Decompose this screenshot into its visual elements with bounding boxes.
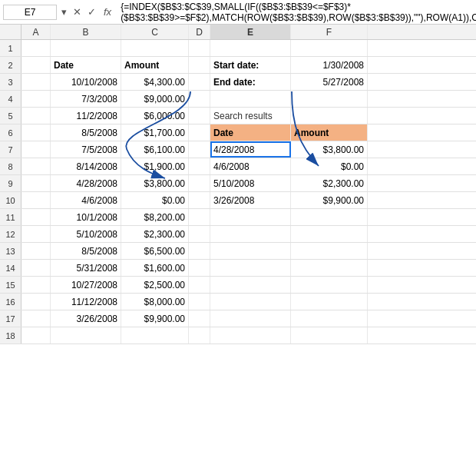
cell-f10[interactable]: $9,900.00 bbox=[291, 192, 368, 208]
cell-c10[interactable]: $0.00 bbox=[121, 192, 189, 208]
cell-b13[interactable]: 8/5/2008 bbox=[51, 243, 121, 259]
cell-f2[interactable]: 1/30/2008 bbox=[291, 57, 368, 73]
cell-e8[interactable]: 4/6/2008 bbox=[210, 158, 291, 174]
cell-d2[interactable] bbox=[189, 57, 210, 73]
cell-f11[interactable] bbox=[291, 209, 368, 225]
cell-f14[interactable] bbox=[291, 260, 368, 276]
cell-f12[interactable] bbox=[291, 226, 368, 242]
cell-b4[interactable]: 7/3/2008 bbox=[51, 91, 121, 107]
cell-b17[interactable]: 3/26/2008 bbox=[51, 310, 121, 327]
cell-d18[interactable] bbox=[189, 327, 210, 344]
cell-c11[interactable]: $8,200.00 bbox=[121, 209, 189, 225]
cell-e13[interactable] bbox=[210, 243, 291, 259]
cell-f17[interactable] bbox=[291, 310, 368, 327]
cell-b9[interactable]: 4/28/2008 bbox=[51, 175, 121, 191]
cell-c18[interactable] bbox=[121, 327, 189, 344]
cell-f4[interactable] bbox=[291, 91, 368, 107]
cell-e1[interactable] bbox=[210, 40, 291, 56]
cell-f16[interactable] bbox=[291, 294, 368, 310]
cell-d5[interactable] bbox=[189, 108, 210, 124]
cell-c1[interactable] bbox=[121, 40, 189, 56]
cell-b15[interactable]: 10/27/2008 bbox=[51, 277, 121, 293]
cell-d14[interactable] bbox=[189, 260, 210, 276]
cell-a1[interactable] bbox=[21, 40, 51, 56]
cell-f8[interactable]: $0.00 bbox=[291, 158, 368, 174]
cell-e17[interactable] bbox=[210, 310, 291, 327]
cell-f6[interactable]: Amount bbox=[291, 124, 368, 141]
cell-b11[interactable]: 10/1/2008 bbox=[51, 209, 121, 225]
cell-f15[interactable] bbox=[291, 277, 368, 293]
cell-e12[interactable] bbox=[210, 226, 291, 242]
cell-c16[interactable]: $8,000.00 bbox=[121, 294, 189, 310]
cell-b8[interactable]: 8/14/2008 bbox=[51, 158, 121, 174]
cell-e9[interactable]: 5/10/2008 bbox=[210, 175, 291, 191]
cell-f13[interactable] bbox=[291, 243, 368, 259]
cell-d15[interactable] bbox=[189, 277, 210, 293]
cell-a12[interactable] bbox=[21, 226, 51, 242]
cell-c8[interactable]: $1,900.00 bbox=[121, 158, 189, 174]
cell-e5[interactable]: Search results bbox=[210, 108, 291, 124]
cell-e3[interactable]: End date: bbox=[210, 74, 291, 90]
cell-b5[interactable]: 11/2/2008 bbox=[51, 108, 121, 124]
cell-d10[interactable] bbox=[189, 192, 210, 208]
cell-e10[interactable]: 3/26/2008 bbox=[210, 192, 291, 208]
cell-a8[interactable] bbox=[21, 158, 51, 174]
cell-f18[interactable] bbox=[291, 327, 368, 344]
cell-c7[interactable]: $6,100.00 bbox=[121, 141, 189, 158]
col-header-c[interactable]: C bbox=[121, 25, 189, 39]
cell-f1[interactable] bbox=[291, 40, 368, 56]
cell-e4[interactable] bbox=[210, 91, 291, 107]
cell-c9[interactable]: $3,800.00 bbox=[121, 175, 189, 191]
cell-b3[interactable]: 10/10/2008 bbox=[51, 74, 121, 90]
cell-c15[interactable]: $2,500.00 bbox=[121, 277, 189, 293]
cell-c3[interactable]: $4,300.00 bbox=[121, 74, 189, 90]
cell-b16[interactable]: 11/12/2008 bbox=[51, 294, 121, 310]
confirm-formula-icon[interactable]: ✓ bbox=[86, 6, 98, 18]
cell-a3[interactable] bbox=[21, 74, 51, 90]
col-header-d[interactable]: D bbox=[189, 25, 210, 39]
cell-a5[interactable] bbox=[21, 108, 51, 124]
col-header-a[interactable]: A bbox=[21, 25, 51, 39]
cell-d4[interactable] bbox=[189, 91, 210, 107]
cell-e11[interactable] bbox=[210, 209, 291, 225]
cell-c5[interactable]: $6,000.00 bbox=[121, 108, 189, 124]
cell-d6[interactable] bbox=[189, 124, 210, 141]
cell-d1[interactable] bbox=[189, 40, 210, 56]
cell-c6[interactable]: $1,700.00 bbox=[121, 124, 189, 141]
cell-f9[interactable]: $2,300.00 bbox=[291, 175, 368, 191]
col-header-e[interactable]: E bbox=[210, 25, 291, 39]
cell-d13[interactable] bbox=[189, 243, 210, 259]
cell-c12[interactable]: $2,300.00 bbox=[121, 226, 189, 242]
cell-b12[interactable]: 5/10/2008 bbox=[51, 226, 121, 242]
cell-e16[interactable] bbox=[210, 294, 291, 310]
cell-e6[interactable]: Date bbox=[210, 124, 291, 141]
cell-f5[interactable] bbox=[291, 108, 368, 124]
cell-d7[interactable] bbox=[189, 141, 210, 158]
cell-b7[interactable]: 7/5/2008 bbox=[51, 141, 121, 158]
cell-a7[interactable] bbox=[21, 141, 51, 158]
cell-a9[interactable] bbox=[21, 175, 51, 191]
cell-d3[interactable] bbox=[189, 74, 210, 90]
cell-d9[interactable] bbox=[189, 175, 210, 191]
cell-e2[interactable]: Start date: bbox=[210, 57, 291, 73]
cell-e18[interactable] bbox=[210, 327, 291, 344]
cell-e7[interactable]: 4/28/2008 bbox=[210, 141, 291, 158]
cell-d11[interactable] bbox=[189, 209, 210, 225]
cell-b1[interactable] bbox=[51, 40, 121, 56]
cell-d8[interactable] bbox=[189, 158, 210, 174]
cell-f7[interactable]: $3,800.00 bbox=[291, 141, 368, 158]
cell-b2[interactable]: Date bbox=[51, 57, 121, 73]
cell-a6[interactable] bbox=[21, 124, 51, 141]
cell-c4[interactable]: $9,000.00 bbox=[121, 91, 189, 107]
cell-ref-box[interactable]: E7 bbox=[3, 5, 57, 20]
col-header-b[interactable]: B bbox=[51, 25, 121, 39]
cell-a18[interactable] bbox=[21, 327, 51, 344]
cell-a11[interactable] bbox=[21, 209, 51, 225]
cell-d16[interactable] bbox=[189, 294, 210, 310]
cell-e14[interactable] bbox=[210, 260, 291, 276]
cell-c17[interactable]: $9,900.00 bbox=[121, 310, 189, 327]
cell-b14[interactable]: 5/31/2008 bbox=[51, 260, 121, 276]
cell-d17[interactable] bbox=[189, 310, 210, 327]
col-header-f[interactable]: F bbox=[291, 25, 368, 39]
cell-f3[interactable]: 5/27/2008 bbox=[291, 74, 368, 90]
